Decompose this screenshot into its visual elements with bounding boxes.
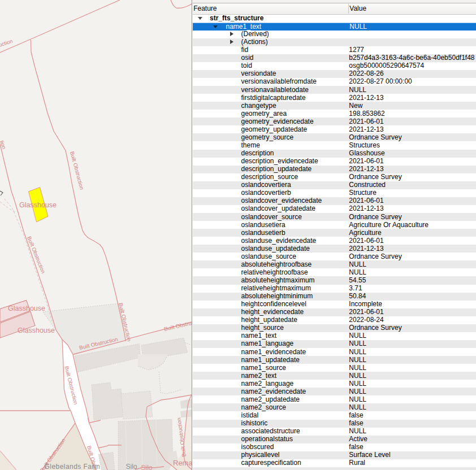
svg-text:Glasshouse: Glasshouse bbox=[8, 304, 45, 312]
svg-text:Silo: Silo bbox=[126, 463, 137, 470]
svg-text:Glasshouse: Glasshouse bbox=[19, 201, 57, 209]
svg-text:Silo: Silo bbox=[141, 464, 153, 470]
svg-text:Glebelands Farm: Glebelands Farm bbox=[45, 463, 101, 470]
svg-text:Remai: Remai bbox=[173, 459, 192, 467]
svg-text:Glasshouse: Glasshouse bbox=[18, 327, 55, 334]
